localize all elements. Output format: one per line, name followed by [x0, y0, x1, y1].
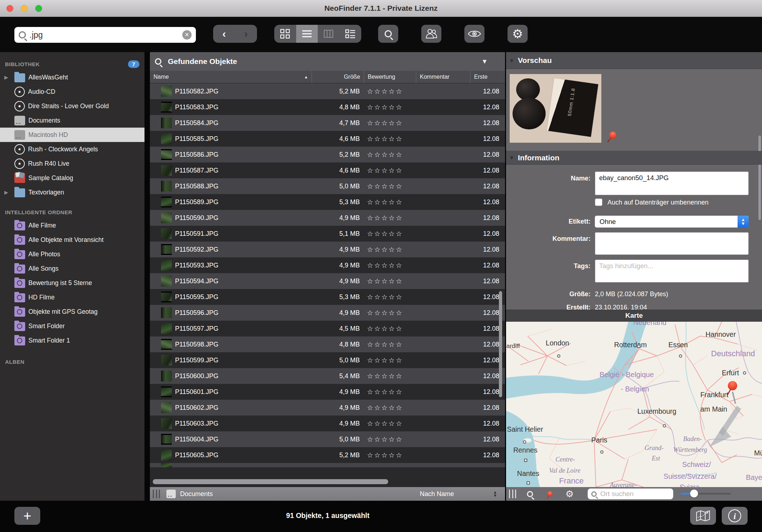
map-pin-tool-icon[interactable]	[546, 490, 554, 497]
table-row[interactable]: P1150603.JPG 4,9 MB ☆☆☆☆☆ 12.08	[150, 416, 505, 431]
map-settings-gear-icon[interactable]: ⚙	[565, 489, 574, 499]
rating-stars[interactable]: ☆☆☆☆☆	[364, 435, 416, 443]
sidebar-item[interactable]: Smart Folder 1	[0, 333, 144, 348]
sidebar-item[interactable]: HD Filme	[0, 290, 144, 304]
detail-view-button[interactable]	[340, 25, 362, 43]
rating-stars[interactable]: ☆☆☆☆☆	[364, 309, 416, 317]
sidebar-item[interactable]: Alle Filme	[0, 218, 144, 233]
users-button[interactable]	[421, 25, 441, 43]
settings-button[interactable]: ⚙	[508, 25, 528, 43]
rating-stars[interactable]: ☆☆☆☆☆	[364, 404, 416, 412]
tags-field[interactable]: Tags hinzufügen...	[595, 260, 749, 283]
map-drag-handle-icon[interactable]	[509, 490, 516, 498]
map-zoom-slider[interactable]	[680, 493, 731, 495]
rating-stars[interactable]: ☆☆☆☆☆	[364, 87, 416, 95]
table-row[interactable]: P1150593.JPG 4,9 MB ☆☆☆☆☆ 12.08	[150, 257, 505, 273]
name-field[interactable]: ebay_canon50_14.JPG	[595, 171, 749, 195]
sidebar-item[interactable]: Macintosh HD	[0, 128, 144, 142]
forward-button[interactable]: ›	[244, 28, 248, 40]
disclosure-triangle-icon[interactable]: ▶	[4, 189, 8, 195]
sidebar-item[interactable]: ▶ AllesWasGeht	[0, 70, 144, 84]
sidebar-item[interactable]: Documents	[0, 113, 144, 128]
column-header-rating[interactable]: Bewertung	[364, 71, 416, 83]
disclosure-triangle-icon[interactable]: ▶	[4, 74, 8, 80]
etikett-select[interactable]: Ohne ▲▼	[595, 216, 749, 228]
list-view-button[interactable]	[296, 25, 318, 43]
results-options-dropdown-icon[interactable]: ▼	[481, 58, 488, 65]
sidebar-item[interactable]: Smart Folder	[0, 319, 144, 333]
table-row[interactable]: P1150590.JPG 4,9 MB ☆☆☆☆☆ 12.08	[150, 210, 505, 226]
table-row[interactable]: P1150583.JPG 4,8 MB ☆☆☆☆☆ 12.08	[150, 99, 505, 115]
column-header-size[interactable]: Größe	[312, 71, 364, 83]
rating-stars[interactable]: ☆☆☆☆☆	[364, 325, 416, 332]
clear-search-icon[interactable]: ✕	[182, 30, 192, 40]
table-row[interactable]: P1150582.JPG 5,2 MB ☆☆☆☆☆ 12.08	[150, 83, 505, 99]
sidebar-item[interactable]: Rush R40 Live	[0, 156, 144, 171]
panel-drag-handle-icon[interactable]	[153, 490, 160, 498]
rating-stars[interactable]: ☆☆☆☆☆	[364, 135, 416, 143]
list-vertical-scrollbar[interactable]	[499, 291, 502, 397]
find-button[interactable]	[378, 25, 398, 43]
rating-stars[interactable]: ☆☆☆☆☆	[364, 214, 416, 222]
table-row[interactable]: P1150586.JPG 5,2 MB ☆☆☆☆☆ 12.08	[150, 147, 505, 162]
rating-stars[interactable]: ☆☆☆☆☆	[364, 198, 416, 206]
sidebar-item[interactable]: Rush - Clockwork Angels	[0, 142, 144, 156]
get-info-button[interactable]: i	[722, 507, 748, 525]
table-row[interactable]: P1150584.JPG 4,7 MB ☆☆☆☆☆ 12.08	[150, 115, 505, 131]
sidebar-item[interactable]: Dire Straits - Love Over Gold	[0, 99, 144, 113]
table-row[interactable]: P1150588.JPG 5,0 MB ☆☆☆☆☆ 12.08	[150, 178, 505, 194]
sidebar-item[interactable]: Objekte mit GPS Geotag	[0, 304, 144, 319]
info-section-header[interactable]: ▼ Information	[506, 151, 762, 165]
table-row[interactable]: P1150597.JPG 4,5 MB ☆☆☆☆☆ 12.08	[150, 321, 505, 336]
sort-order-stepper[interactable]: ▲▼	[493, 491, 497, 497]
table-row[interactable]: P1150585.JPG 4,6 MB ☆☆☆☆☆ 12.08	[150, 131, 505, 147]
table-row[interactable]: P1150589.JPG 5,3 MB ☆☆☆☆☆ 12.08	[150, 194, 505, 210]
rating-stars[interactable]: ☆☆☆☆☆	[364, 293, 416, 301]
sidebar-item[interactable]: Bewertung ist 5 Sterne	[0, 276, 144, 290]
table-row[interactable]: P1150594.JPG 4,9 MB ☆☆☆☆☆ 12.08	[150, 273, 505, 289]
table-row[interactable]: P1150602.JPG 4,9 MB ☆☆☆☆☆ 12.08	[150, 400, 505, 416]
collapse-triangle-icon[interactable]: ▼	[509, 155, 514, 161]
show-map-button[interactable]	[690, 507, 716, 525]
rating-stars[interactable]: ☆☆☆☆☆	[364, 356, 416, 364]
grid-view-button[interactable]	[274, 25, 296, 43]
table-row[interactable]: P1150605.JPG 5,2 MB ☆☆☆☆☆ 12.08	[150, 447, 505, 463]
map[interactable]: Nederland ardiff London Rotterdam Essen …	[506, 322, 762, 487]
rating-stars[interactable]: ☆☆☆☆☆	[364, 451, 416, 459]
gps-pin-icon[interactable]	[608, 130, 618, 140]
sidebar-item[interactable]: Audio-CD	[0, 84, 144, 99]
table-row[interactable]: P1150598.JPG 4,8 MB ☆☆☆☆☆ 12.08	[150, 336, 505, 352]
search-input[interactable]: .jpg ✕	[14, 27, 196, 43]
sidebar-item[interactable]: Sample Catalog	[0, 171, 144, 185]
rating-stars[interactable]: ☆☆☆☆☆	[364, 261, 416, 269]
back-button[interactable]: ‹	[222, 28, 226, 40]
table-row[interactable]: P1150587.JPG 4,6 MB ☆☆☆☆☆ 12.08	[150, 162, 505, 178]
rating-stars[interactable]: ☆☆☆☆☆	[364, 419, 416, 427]
list-horizontal-scrollbar[interactable]	[153, 479, 388, 484]
table-row[interactable]: P1150595.JPG 5,3 MB ☆☆☆☆☆ 12.08	[150, 289, 505, 305]
kommentar-field[interactable]	[595, 232, 749, 255]
table-row[interactable]: P1150596.JPG 4,9 MB ☆☆☆☆☆ 12.08	[150, 305, 505, 321]
rating-stars[interactable]: ☆☆☆☆☆	[364, 151, 416, 159]
sidebar-item[interactable]: Alle Objekte mit Voransicht	[0, 233, 144, 247]
rating-stars[interactable]: ☆☆☆☆☆	[364, 166, 416, 174]
rename-checkbox[interactable]	[595, 198, 602, 206]
preview-thumbnail[interactable]: 50mm 1:1.8	[510, 74, 601, 143]
map-search-input[interactable]: Ort suchen	[588, 489, 673, 499]
sidebar-item[interactable]: Alle Photos	[0, 247, 144, 261]
map-search-icon[interactable]	[527, 491, 533, 497]
preview-button[interactable]	[464, 25, 485, 43]
column-header-name[interactable]: Name ▲	[150, 71, 312, 83]
table-row[interactable]: P1150600.JPG 5,4 MB ☆☆☆☆☆ 12.08	[150, 368, 505, 384]
column-header-comment[interactable]: Kommentar	[416, 71, 470, 83]
rating-stars[interactable]: ☆☆☆☆☆	[364, 119, 416, 127]
table-row[interactable]: P1150604.JPG 5,0 MB ☆☆☆☆☆ 12.08	[150, 431, 505, 447]
collapse-triangle-icon[interactable]: ▼	[509, 58, 514, 64]
sidebar-item[interactable]: ▶ Textvorlagen	[0, 185, 144, 200]
column-view-button[interactable]	[318, 25, 340, 43]
rating-stars[interactable]: ☆☆☆☆☆	[364, 246, 416, 253]
table-row[interactable]: P1150592.JPG 4,9 MB ☆☆☆☆☆ 12.08	[150, 242, 505, 257]
column-header-first[interactable]: Erste	[470, 71, 505, 83]
preview-section-header[interactable]: ▼ Vorschau	[506, 52, 762, 69]
sidebar-item[interactable]: Alle Songs	[0, 261, 144, 276]
